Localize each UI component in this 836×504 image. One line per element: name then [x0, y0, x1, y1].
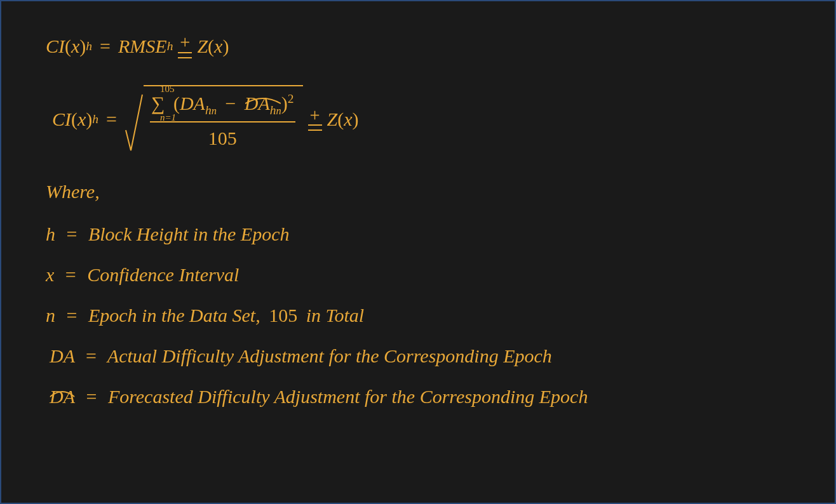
var-x: x: [344, 106, 352, 133]
var-h: h: [46, 223, 55, 244]
def-text: Actual Difficulty Adjustment for the Cor…: [107, 345, 552, 366]
fraction: ∑ 105 n=1 (DAhn − DAhn )2 105: [150, 90, 295, 152]
definition-x: x = Confidence Interval: [46, 262, 790, 288]
subscript-n: n: [212, 105, 217, 117]
hat-icon: [50, 378, 75, 387]
equation-ci-rmse: CI(x)h = RMSEh + Z(x): [46, 33, 790, 60]
var-x: x: [214, 33, 222, 60]
var-x: x: [46, 264, 54, 285]
definition-da: DA = Actual Difficulty Adjustment for th…: [50, 343, 790, 369]
plus-minus-icon: +: [308, 107, 322, 131]
sigma-upper-limit: 105: [160, 83, 175, 96]
equals-sign: =: [106, 106, 117, 133]
denominator: 105: [208, 123, 237, 152]
var-da: DA: [50, 345, 74, 366]
var-x: x: [78, 106, 86, 133]
rmse-symbol: RMSE: [118, 33, 167, 60]
equation-ci-expanded: CI(x)h = ∑ 105 n=1 (DAhn − DAhn ): [52, 85, 790, 153]
da-forecast-hat: DAhn: [245, 90, 281, 119]
def-text: Block Height in the Epoch: [88, 223, 290, 244]
squared: 2: [288, 92, 294, 105]
ci-symbol: CI: [46, 33, 65, 60]
square-root-icon: ∑ 105 n=1 (DAhn − DAhn )2 105: [125, 85, 303, 153]
sigma-icon: ∑ 105 n=1: [151, 90, 165, 117]
definition-h: h = Block Height in the Epoch: [46, 221, 790, 248]
sigma-lower-limit: n=1: [160, 111, 176, 124]
definition-n: n = Epoch in the Data Set, 105 in Total: [46, 302, 790, 329]
var-x: x: [71, 33, 79, 60]
minus-sign: −: [225, 93, 236, 114]
where-label: Where,: [46, 178, 790, 205]
subscript-h: h: [92, 110, 98, 128]
z-symbol: Z: [327, 106, 338, 133]
def-text: Confidence Interval: [87, 264, 239, 285]
def-text: Forecasted Difficulty Adjustment for the…: [108, 386, 588, 407]
numerator: ∑ 105 n=1 (DAhn − DAhn )2: [150, 90, 295, 121]
hat-icon: [245, 85, 281, 94]
equals-sign: =: [100, 33, 111, 60]
subscript-h: h: [86, 37, 92, 55]
ci-symbol: CI: [52, 106, 71, 133]
z-symbol: Z: [197, 33, 208, 60]
definition-da-hat: DA = Forecasted Difficulty Adjustment fo…: [50, 383, 790, 410]
def-text: in Total: [306, 305, 364, 326]
plus-minus-icon: +: [178, 34, 192, 58]
subscript-h: h: [205, 103, 212, 117]
def-text: Epoch in the Data Set,: [88, 305, 260, 326]
da-hat-symbol: DA: [50, 383, 75, 410]
count-105: 105: [269, 305, 297, 326]
da-actual: DA: [180, 93, 205, 114]
var-n: n: [46, 305, 55, 326]
subscript-h: h: [167, 37, 173, 55]
